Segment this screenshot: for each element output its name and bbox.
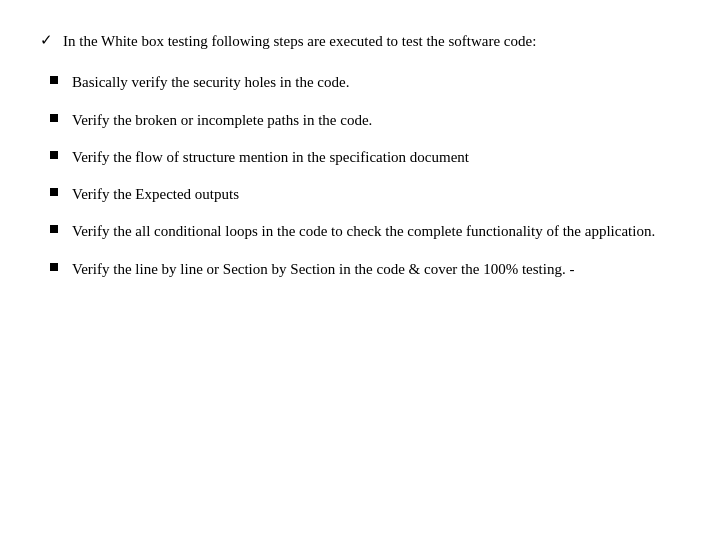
bullet-text: Basically verify the security holes in t…: [72, 71, 680, 94]
bullet-icon: [50, 225, 58, 233]
list-item: Basically verify the security holes in t…: [50, 71, 680, 94]
list-item: Verify the Expected outputs: [50, 183, 680, 206]
bullet-text: Verify the Expected outputs: [72, 183, 680, 206]
list-item: Verify the all conditional loops in the …: [50, 220, 680, 243]
bullet-text: Verify the line by line or Section by Se…: [72, 258, 680, 281]
list-item: Verify the line by line or Section by Se…: [50, 258, 680, 281]
bullet-text: Verify the flow of structure mention in …: [72, 146, 680, 169]
check-icon: ✓: [40, 31, 53, 49]
bullet-icon: [50, 151, 58, 159]
bullet-list: Basically verify the security holes in t…: [40, 71, 680, 281]
bullet-icon: [50, 263, 58, 271]
bullet-icon: [50, 76, 58, 84]
intro-item: ✓ In the White box testing following ste…: [40, 30, 680, 53]
intro-text: In the White box testing following steps…: [63, 30, 680, 53]
bullet-text: Verify the all conditional loops in the …: [72, 220, 680, 243]
list-item: Verify the flow of structure mention in …: [50, 146, 680, 169]
page-container: ✓ In the White box testing following ste…: [0, 0, 720, 540]
list-item: Verify the broken or incomplete paths in…: [50, 109, 680, 132]
bullet-icon: [50, 188, 58, 196]
bullet-text: Verify the broken or incomplete paths in…: [72, 109, 680, 132]
bullet-icon: [50, 114, 58, 122]
